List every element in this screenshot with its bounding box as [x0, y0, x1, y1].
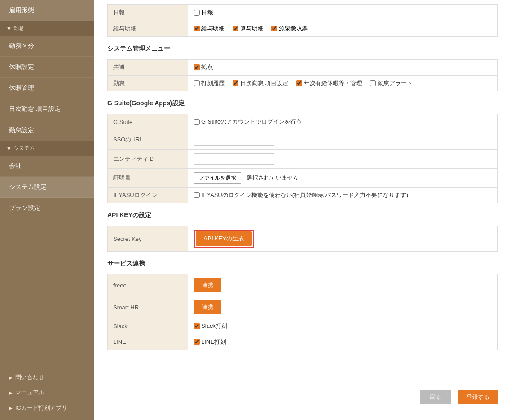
checkbox-alert[interactable] [370, 80, 376, 86]
label-entity-id: エンティティID [108, 149, 188, 168]
check-gsuite-login[interactable]: G Suiteのアカウントでログインを行う [194, 118, 302, 126]
table-row-entity-id: エンティティID [108, 149, 498, 168]
service-table: freee 連携 Smart HR 連携 Slack Slack打刻 [107, 274, 498, 350]
sidebar-item-holiday-settings[interactable]: 休暇設定 [0, 57, 94, 78]
table-row-smarthr: Smart HR 連携 [108, 296, 498, 318]
table-row-freee: freee 連携 [108, 274, 498, 296]
generate-api-key-button[interactable]: API KEYの生成 [196, 231, 252, 246]
collapse-icon-system: ▼ [6, 146, 12, 152]
value-gsuite: G Suiteのアカウントでログインを行う [188, 114, 498, 130]
arrow-icon: ▶ [9, 375, 13, 380]
checkbox-kyuyo1[interactable] [194, 26, 200, 31]
value-entity-id [188, 149, 498, 168]
main-content: 日報 日報 給与明細 給与明細 算与明細 [94, 0, 511, 420]
checkbox-年次[interactable] [296, 80, 302, 86]
sidebar-item-daily-settings[interactable]: 日次勤怠 項目設定 [0, 99, 94, 120]
checkbox-kyuyo3[interactable] [271, 26, 277, 31]
value-line: LINE打刻 [188, 334, 498, 350]
table-row-slack: Slack Slack打刻 [108, 318, 498, 334]
table-row-ieyasu-login: IEYASUログイン IEYASUのログイン機能を使わない(社員登録時/パスワー… [108, 187, 498, 203]
api-key-table: Secret Key API KEYの生成 [107, 226, 498, 252]
service-title: サービス連携 [107, 260, 498, 270]
value-certificate: ファイルを選択 選択されていません [188, 168, 498, 187]
sidebar-item-contact[interactable]: ▶ 問い合わせ [0, 370, 94, 385]
checkbox-ieyasu-login[interactable] [194, 192, 200, 198]
label-gsuite: G Suite [108, 114, 188, 130]
label-kyuyo: 給与明細 [108, 21, 188, 37]
sidebar-item-attendance-settings[interactable]: 勤怠設定 [0, 120, 94, 141]
value-sso-url [188, 130, 498, 149]
value-common: 拠点 [188, 60, 498, 76]
checkbox-line[interactable] [194, 339, 200, 345]
value-ieyasu-login: IEYASUのログイン機能を使わない(社員登録時/パスワード入力不要になります) [188, 187, 498, 203]
value-kintai: 打刻履歴 日次勤怠 項目設定 年次有給休暇等・管理 勤怠アラート [188, 75, 498, 91]
checkbox-日次[interactable] [233, 80, 238, 86]
table-row-nippo: 日報 日報 [108, 5, 498, 21]
label-ieyasu-login: IEYASUログイン [108, 187, 188, 203]
label-slack: Slack [108, 318, 188, 334]
check-alert[interactable]: 勤怠アラート [370, 79, 413, 87]
checkbox-kyoten[interactable] [194, 64, 200, 70]
checkbox-slack[interactable] [194, 323, 200, 329]
value-secret-key: API KEYの生成 [188, 226, 498, 252]
check-日次[interactable]: 日次勤怠 項目設定 [233, 79, 289, 87]
input-sso-url[interactable] [194, 134, 274, 146]
system-admin-title: システム管理メニュー [107, 45, 498, 55]
no-file-text: 選択されていません [247, 174, 299, 181]
label-smarthr: Smart HR [108, 296, 188, 318]
table-row-secret-key: Secret Key API KEYの生成 [108, 226, 498, 252]
arrow-icon-manual: ▶ [9, 390, 13, 395]
save-button[interactable]: 登録する [458, 390, 498, 404]
check-kyuyo3[interactable]: 源泉徴収票 [271, 25, 308, 33]
check-slack[interactable]: Slack打刻 [194, 322, 227, 330]
label-freee: freee [108, 274, 188, 296]
system-admin-table: 共通 拠点 勤怠 打刻履歴 日次勤怠 項目 [107, 59, 498, 91]
bottom-bar: 戻る 登録する [94, 381, 511, 413]
label-certificate: 証明書 [108, 168, 188, 187]
check-kyoten[interactable]: 拠点 [194, 63, 213, 71]
check-kyuyo2[interactable]: 算与明細 [233, 25, 264, 33]
label-sso-url: SSOのURL [108, 130, 188, 149]
sidebar-item-ic-card[interactable]: ▶ ICカード打刻アプリ [0, 400, 94, 416]
back-button[interactable]: 戻る [420, 390, 451, 404]
sidebar-item-plan-settings[interactable]: プラン設定 [0, 198, 94, 219]
check-打刻[interactable]: 打刻履歴 [194, 79, 225, 87]
checkbox-打刻[interactable] [194, 80, 200, 86]
api-key-highlight-box: API KEYの生成 [194, 230, 254, 248]
value-slack: Slack打刻 [188, 318, 498, 334]
sidebar-section-system[interactable]: ▼ システム [0, 141, 94, 156]
sidebar: 雇用形態 ▼ 勤怠 勤務区分 休暇設定 休暇管理 日次勤怠 項目設定 勤怠設定 … [0, 0, 94, 420]
sidebar-item-system-settings[interactable]: システム設定 [0, 177, 94, 198]
sidebar-section-attendance[interactable]: ▼ 勤怠 [0, 21, 94, 36]
label-secret-key: Secret Key [108, 226, 188, 252]
value-nippo: 日報 [188, 5, 498, 21]
label-common: 共通 [108, 60, 188, 76]
check-ieyasu-login[interactable]: IEYASUのログイン機能を使わない(社員登録時/パスワード入力不要になります) [194, 191, 408, 199]
gsuite-title: G Suite(Google Apps)設定 [107, 99, 498, 109]
smarthr-connect-button[interactable]: 連携 [194, 300, 221, 314]
label-nippo: 日報 [108, 5, 188, 21]
arrow-icon-ic: ▶ [9, 406, 13, 411]
check-line[interactable]: LINE打刻 [194, 338, 226, 346]
sidebar-footer: ▶ 問い合わせ ▶ マニュアル ▶ ICカード打刻アプリ [0, 365, 94, 420]
sidebar-item-manual[interactable]: ▶ マニュアル [0, 385, 94, 400]
value-freee: 連携 [188, 274, 498, 296]
checkbox-gsuite-login[interactable] [194, 119, 200, 125]
checkbox-nippo[interactable] [194, 10, 200, 16]
value-kyuyo: 給与明細 算与明細 源泉徴収票 [188, 21, 498, 37]
api-key-title: API KEYの設定 [107, 211, 498, 221]
check-年次[interactable]: 年次有給休暇等・管理 [296, 79, 362, 87]
table-row-kintai: 勤怠 打刻履歴 日次勤怠 項目設定 年次有給休暇等・管理 [108, 75, 498, 91]
input-entity-id[interactable] [194, 153, 274, 165]
sidebar-item-holiday-management[interactable]: 休暇管理 [0, 78, 94, 99]
table-row-gsuite: G Suite G Suiteのアカウントでログインを行う [108, 114, 498, 130]
sidebar-item-company[interactable]: 会社 [0, 156, 94, 177]
check-nippo[interactable]: 日報 [194, 9, 213, 17]
file-select-button[interactable]: ファイルを選択 [194, 172, 241, 184]
freee-connect-button[interactable]: 連携 [194, 278, 221, 292]
check-kyuyo1[interactable]: 給与明細 [194, 25, 225, 33]
value-smarthr: 連携 [188, 296, 498, 318]
checkbox-kyuyo2[interactable] [233, 26, 238, 31]
sidebar-item-employment[interactable]: 雇用形態 [0, 0, 94, 21]
sidebar-item-work-category[interactable]: 勤務区分 [0, 36, 94, 57]
